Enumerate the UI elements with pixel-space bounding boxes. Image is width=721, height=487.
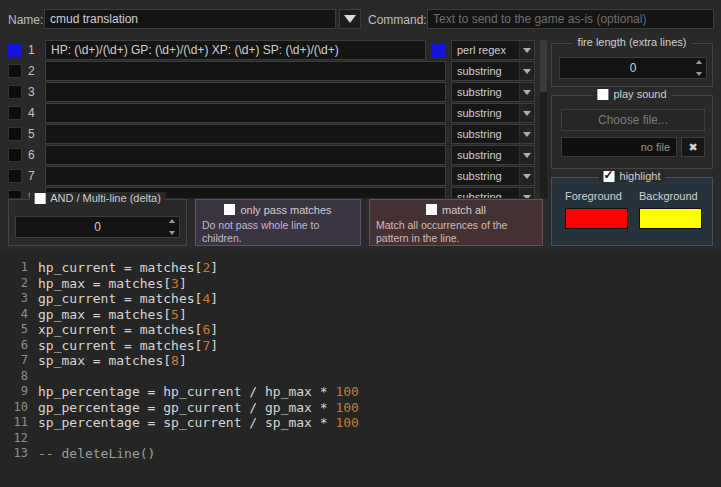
code-line: 4 gp_max = matches[5]: [0, 307, 721, 323]
only-pass-group: only pass matches Do not pass whole line…: [195, 199, 361, 246]
scrollbar-thumb[interactable]: [540, 40, 547, 92]
play-sound-checkbox[interactable]: [597, 89, 608, 100]
pattern-input[interactable]: [45, 166, 446, 186]
multiline-delta-value: 0: [94, 220, 101, 234]
chevron-down-icon: [519, 125, 534, 143]
name-dropdown-button[interactable]: [339, 9, 361, 29]
line-number: 13: [0, 446, 28, 462]
command-input[interactable]: [427, 9, 714, 29]
pattern-active-indicator[interactable]: [8, 148, 22, 162]
line-number: 10: [0, 400, 28, 416]
chevron-down-icon: [519, 167, 534, 185]
spin-up-icon[interactable]: [696, 60, 702, 64]
line-number: 6: [0, 338, 28, 354]
match-all-group: match all Match all occurrences of the p…: [369, 199, 543, 246]
code-line: 1 hp_current = matches[2]: [0, 260, 721, 276]
pattern-active-indicator[interactable]: [8, 127, 22, 141]
code-line: 8: [0, 369, 721, 385]
pattern-number: 1: [28, 43, 40, 57]
code-line: 13 -- deleteLine(): [0, 446, 721, 462]
spin-down-icon[interactable]: [696, 72, 702, 76]
pattern-number: 6: [28, 148, 40, 162]
foreground-swatch[interactable]: [565, 208, 628, 229]
pattern-row: 1 perl regex: [0, 40, 548, 60]
pattern-type-select[interactable]: substring: [451, 145, 535, 165]
sound-file-field: no file: [561, 137, 677, 157]
pattern-type-label: substring: [452, 170, 519, 182]
pattern-type-label: substring: [452, 65, 519, 77]
match-all-checkbox[interactable]: [426, 204, 437, 215]
match-all-description: Match all occurrences of the pattern in …: [370, 217, 542, 245]
chevron-down-icon: [519, 188, 534, 198]
pattern-input[interactable]: [45, 40, 426, 60]
multiline-checkbox[interactable]: [34, 193, 45, 204]
pattern-type-label: substring: [452, 107, 519, 119]
chevron-down-icon: [519, 83, 534, 101]
code-text: hp_percentage = hp_current / hp_max * 10…: [38, 384, 359, 400]
trigger-name-input[interactable]: [44, 9, 336, 29]
code-editor[interactable]: 1 hp_current = matches[2] 2 hp_max = mat…: [0, 252, 721, 487]
pattern-active-indicator[interactable]: [8, 190, 22, 198]
code-line: 9 hp_percentage = hp_current / hp_max * …: [0, 384, 721, 400]
chevron-down-icon: [519, 146, 534, 164]
pattern-type-select[interactable]: substring: [451, 124, 535, 144]
line-number: 3: [0, 291, 28, 307]
pattern-scrollbar[interactable]: [540, 40, 547, 198]
pattern-type-select[interactable]: perl regex: [451, 40, 535, 60]
code-text: -- deleteLine(): [38, 446, 155, 462]
pattern-type-select[interactable]: substring: [451, 187, 535, 198]
clear-icon: ✖: [688, 141, 697, 154]
pattern-active-indicator[interactable]: [8, 64, 22, 78]
pattern-active-indicator[interactable]: [8, 43, 22, 57]
command-label: Command:: [368, 13, 427, 27]
multiline-delta-spinner[interactable]: 0: [15, 216, 180, 238]
line-number: 1: [0, 260, 28, 276]
spin-down-icon[interactable]: [169, 231, 175, 235]
highlight-checkbox[interactable]: [604, 171, 615, 182]
pattern-type-select[interactable]: substring: [451, 103, 535, 123]
pattern-input[interactable]: [45, 145, 446, 165]
code-text: hp_current = matches[2]: [38, 260, 218, 276]
chevron-down-icon: [519, 62, 534, 80]
code-line: 12: [0, 431, 721, 447]
line-number: 8: [0, 369, 28, 385]
code-line: 7 sp_max = matches[8]: [0, 353, 721, 369]
pattern-type-select[interactable]: substring: [451, 82, 535, 102]
pattern-type-label: substring: [452, 86, 519, 98]
background-swatch[interactable]: [639, 208, 702, 229]
only-pass-label: only pass matches: [240, 204, 331, 216]
pattern-type-label: perl regex: [452, 44, 519, 56]
clear-sound-button[interactable]: ✖: [681, 137, 705, 157]
background-label: Background: [639, 190, 698, 202]
fire-length-spinner[interactable]: 0: [559, 57, 707, 79]
line-number: 2: [0, 276, 28, 292]
code-text: xp_current = matches[6]: [38, 322, 218, 338]
pattern-input[interactable]: [45, 124, 446, 144]
pattern-number: 3: [28, 85, 40, 99]
pattern-row: 5 substring: [0, 124, 548, 144]
pattern-input[interactable]: [45, 82, 446, 102]
highlight-group: highlight Foreground Background: [551, 177, 713, 246]
chevron-down-icon: [344, 15, 356, 23]
pattern-number: 7: [28, 169, 40, 183]
pattern-type-select[interactable]: substring: [451, 166, 535, 186]
pattern-color-box[interactable]: [431, 43, 446, 58]
code-line: 6 sp_current = matches[7]: [0, 338, 721, 354]
code-line: 10 gp_percentage = gp_current / gp_max *…: [0, 400, 721, 416]
pattern-type-select[interactable]: substring: [451, 61, 535, 81]
pattern-list: 1 perl regex 2 substring 3 substring 4 s…: [0, 40, 548, 198]
pattern-input[interactable]: [45, 103, 446, 123]
pattern-number: 2: [28, 64, 40, 78]
pattern-input[interactable]: [45, 61, 446, 81]
line-number: 12: [0, 431, 28, 447]
pattern-active-indicator[interactable]: [8, 106, 22, 120]
choose-file-button[interactable]: Choose file...: [561, 109, 705, 131]
multiline-legend: AND / Multi-line (delta): [29, 192, 166, 204]
pattern-active-indicator[interactable]: [8, 169, 22, 183]
only-pass-checkbox[interactable]: [224, 204, 235, 215]
fire-length-group: fire length (extra lines) 0: [551, 43, 713, 87]
pattern-active-indicator[interactable]: [8, 85, 22, 99]
multiline-label: AND / Multi-line (delta): [50, 192, 161, 204]
spin-up-icon[interactable]: [169, 219, 175, 223]
pattern-row: 6 substring: [0, 145, 548, 165]
